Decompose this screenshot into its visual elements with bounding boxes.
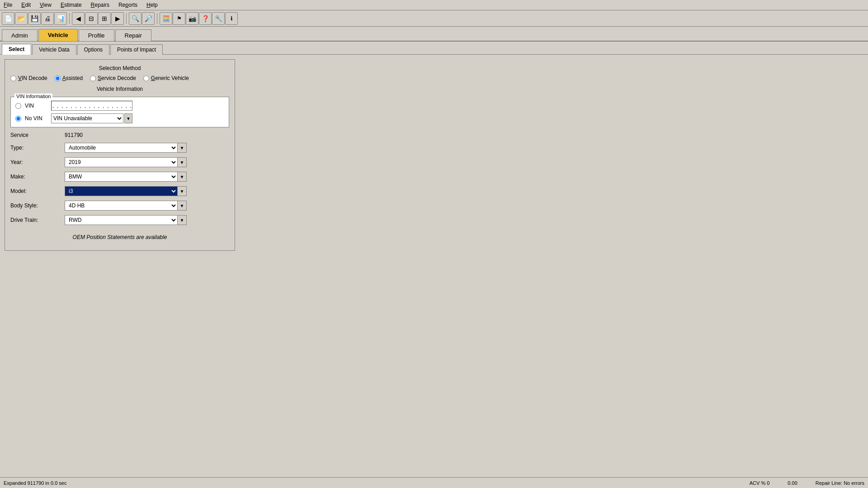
type-select-wrapper: Automobile ▼ xyxy=(65,143,187,153)
radio-vin-decode[interactable]: VIN Decode xyxy=(10,75,47,81)
toolbar-sep-2 xyxy=(126,13,127,24)
menu-file[interactable]: File xyxy=(2,1,14,9)
vin-radio[interactable] xyxy=(15,103,21,109)
no-vin-select-wrapper: VIN Unavailable ▼ xyxy=(51,113,132,123)
selection-method-title: Selection Method xyxy=(10,65,229,71)
menu-repairs[interactable]: Repairs xyxy=(89,1,111,9)
toolbar-group-file: 📄 📂 💾 🖨 📊 xyxy=(2,12,67,25)
type-dropdown-btn[interactable]: ▼ xyxy=(178,143,187,153)
radio-generic-vehicle-label: Generic Vehicle xyxy=(151,75,189,81)
drive-train-select[interactable]: RWD xyxy=(65,215,178,225)
tab-profile[interactable]: Profile xyxy=(79,29,114,41)
radio-service-decode[interactable]: Service Decode xyxy=(90,75,136,81)
no-vin-row: No VIN VIN Unavailable ▼ xyxy=(15,113,224,123)
radio-vin-decode-input[interactable] xyxy=(10,75,16,81)
toolbar-group-tools: 🧮 ⚑ 📷 ❓ 🔧 ℹ xyxy=(160,12,238,25)
make-label: Make: xyxy=(10,174,65,180)
toolbar-zoom-in-btn[interactable]: 🔎 xyxy=(142,12,155,25)
menu-bar: File Edit View Estimate Repairs Reports … xyxy=(0,0,868,10)
radio-assisted[interactable]: Assisted xyxy=(55,75,83,81)
sub-tab-bar: Select Vehicle Data Options Points of Im… xyxy=(0,42,868,55)
make-dropdown-btn[interactable]: ▼ xyxy=(178,172,187,182)
service-label: Service xyxy=(10,132,65,138)
toolbar-group-nav: ◀ ⊟ ⊞ ▶ xyxy=(72,12,124,25)
status-right: ACV % 0 0.00 Repair Line: No errors xyxy=(750,480,864,486)
menu-view[interactable]: View xyxy=(38,1,53,9)
vin-input[interactable] xyxy=(51,101,132,111)
toolbar-open-btn[interactable]: 📂 xyxy=(15,12,28,25)
service-value: 911790 xyxy=(65,132,83,138)
tab-vehicle[interactable]: Vehicle xyxy=(38,29,78,41)
vin-label: VIN xyxy=(25,103,47,109)
no-vin-dropdown-btn[interactable]: ▼ xyxy=(124,113,132,123)
radio-service-decode-input[interactable] xyxy=(90,75,96,81)
drive-train-label: Drive Train: xyxy=(10,217,65,223)
service-row: Service 911790 xyxy=(10,132,229,138)
toolbar-info-btn[interactable]: ℹ xyxy=(225,12,238,25)
year-select[interactable]: 2019 xyxy=(65,157,178,167)
body-style-dropdown-btn[interactable]: ▼ xyxy=(178,201,187,211)
status-repair-line: Repair Line: No errors xyxy=(816,480,864,486)
year-dropdown-btn[interactable]: ▼ xyxy=(178,157,187,167)
oem-statement: OEM Position Statements are available xyxy=(10,234,229,240)
status-left: Expanded 911790 in 0.0 sec xyxy=(4,480,750,486)
toolbar-nav-right-btn[interactable]: ▶ xyxy=(111,12,124,25)
type-label: Type: xyxy=(10,145,65,151)
body-style-row: Body Style: 4D HB ▼ xyxy=(10,201,229,211)
tab-admin[interactable]: Admin xyxy=(2,29,38,41)
sub-tab-select[interactable]: Select xyxy=(2,44,31,55)
toolbar: 📄 📂 💾 🖨 📊 ◀ ⊟ ⊞ ▶ 🔍 🔎 🧮 ⚑ 📷 ❓ 🔧 ℹ xyxy=(0,10,868,27)
toolbar-nav-left-btn[interactable]: ◀ xyxy=(72,12,85,25)
menu-edit[interactable]: Edit xyxy=(19,1,33,9)
make-select[interactable]: BMW xyxy=(65,172,178,182)
model-select[interactable]: i3 xyxy=(65,186,178,196)
radio-service-decode-label: Service Decode xyxy=(98,75,136,81)
toolbar-calculator-btn[interactable]: 🧮 xyxy=(160,12,172,25)
body-style-select-wrapper: 4D HB ▼ xyxy=(65,201,187,211)
toolbar-zoom-out-btn[interactable]: 🔍 xyxy=(129,12,142,25)
toolbar-chart-btn[interactable]: 📊 xyxy=(54,12,67,25)
model-select-wrapper: i3 ▼ xyxy=(65,186,187,196)
no-vin-label: No VIN xyxy=(25,115,47,122)
tab-repair[interactable]: Repair xyxy=(115,29,151,41)
status-acv: ACV % 0 xyxy=(750,480,770,486)
make-row: Make: BMW ▼ xyxy=(10,172,229,182)
radio-generic-vehicle[interactable]: Generic Vehicle xyxy=(143,75,189,81)
toolbar-nav-split-btn[interactable]: ⊟ xyxy=(85,12,98,25)
menu-estimate[interactable]: Estimate xyxy=(59,1,84,9)
sub-tab-vehicle-data[interactable]: Vehicle Data xyxy=(32,44,76,55)
type-select[interactable]: Automobile xyxy=(65,143,178,153)
model-dropdown-btn[interactable]: ▼ xyxy=(178,186,187,196)
toolbar-sep-1 xyxy=(69,13,70,24)
toolbar-new-btn[interactable]: 📄 xyxy=(2,12,14,25)
vin-info-box: VIN Information VIN No VIN VIN Unavailab… xyxy=(10,97,229,127)
menu-reports[interactable]: Reports xyxy=(117,1,139,9)
form-panel: Selection Method VIN Decode Assisted Ser… xyxy=(5,59,235,251)
toolbar-flag-btn[interactable]: ⚑ xyxy=(173,12,185,25)
toolbar-save-btn[interactable]: 💾 xyxy=(28,12,41,25)
no-vin-select[interactable]: VIN Unavailable xyxy=(51,113,123,123)
sub-tab-points-of-impact[interactable]: Points of Impact xyxy=(110,44,163,55)
type-row: Type: Automobile ▼ xyxy=(10,143,229,153)
sub-tab-options[interactable]: Options xyxy=(77,44,109,55)
main-tab-bar: Admin Vehicle Profile Repair xyxy=(0,27,868,42)
toolbar-settings-btn[interactable]: 🔧 xyxy=(212,12,225,25)
model-label: Model: xyxy=(10,188,65,194)
toolbar-nav-tile-btn[interactable]: ⊞ xyxy=(98,12,111,25)
vehicle-info-title: Vehicle Information xyxy=(10,86,229,92)
radio-assisted-input[interactable] xyxy=(55,75,61,81)
status-bar: Expanded 911790 in 0.0 sec ACV % 0 0.00 … xyxy=(0,477,868,488)
radio-assisted-label: Assisted xyxy=(62,75,83,81)
drive-train-select-wrapper: RWD ▼ xyxy=(65,215,187,225)
menu-help[interactable]: Help xyxy=(145,1,160,9)
toolbar-help-btn[interactable]: ❓ xyxy=(199,12,212,25)
main-content: Selection Method VIN Decode Assisted Ser… xyxy=(0,55,868,255)
radio-generic-vehicle-input[interactable] xyxy=(143,75,149,81)
drive-train-dropdown-btn[interactable]: ▼ xyxy=(178,215,187,225)
toolbar-scan-btn[interactable]: 📷 xyxy=(186,12,198,25)
toolbar-print-btn[interactable]: 🖨 xyxy=(41,12,54,25)
no-vin-radio[interactable] xyxy=(15,116,21,122)
body-style-select[interactable]: 4D HB xyxy=(65,201,178,211)
year-select-wrapper: 2019 ▼ xyxy=(65,157,187,167)
body-style-label: Body Style: xyxy=(10,202,65,209)
